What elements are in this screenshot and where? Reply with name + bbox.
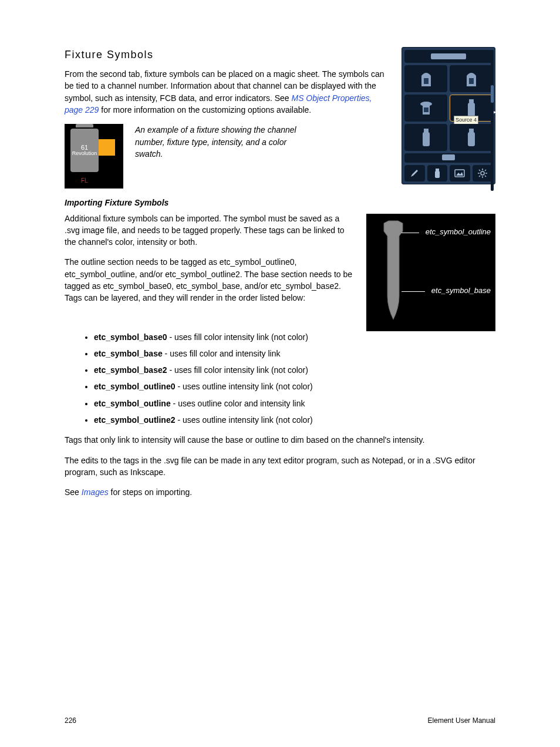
svg-point-16 bbox=[481, 171, 484, 175]
tag-item: etc_symbol_outline0 - uses outline inten… bbox=[94, 381, 495, 392]
base-tag-label: etc_symbol_base bbox=[431, 285, 491, 297]
fixture-symbol-item[interactable] bbox=[450, 124, 492, 151]
svg-rect-10 bbox=[469, 129, 474, 132]
fixture-symbol-panel: Source 4 ➤ bbox=[402, 47, 495, 184]
svg-line-22 bbox=[485, 176, 486, 177]
fixture-example-image: 61 Revolution FL bbox=[65, 124, 123, 189]
section-heading: Fixture Symbols bbox=[65, 47, 391, 62]
fixture-tooltip: Source 4 bbox=[454, 116, 478, 124]
images-link[interactable]: Images bbox=[82, 487, 109, 497]
svg-line-21 bbox=[479, 170, 480, 171]
tag-item: etc_symbol_outline2 - uses outline inten… bbox=[94, 414, 495, 426]
fixture-type-label: Revolution bbox=[72, 151, 97, 156]
fixture-symbol-item[interactable] bbox=[404, 50, 492, 63]
svg-rect-1 bbox=[424, 78, 429, 84]
importing-paragraph-2: The outline section needs to be tagged a… bbox=[65, 256, 356, 304]
fixture-panel-scrollbar[interactable] bbox=[491, 50, 494, 191]
tag-item: etc_symbol_base - uses fill color and in… bbox=[94, 348, 495, 359]
fixture-intensity-fl: FL bbox=[81, 177, 88, 186]
importing-subheading: Importing Fixture Symbols bbox=[65, 197, 495, 208]
svg-rect-12 bbox=[442, 154, 455, 160]
intro-paragraph: From the second tab, fixture symbols can… bbox=[65, 68, 391, 116]
svg-rect-9 bbox=[423, 132, 430, 146]
tag-item: etc_symbol_outline - uses outline color … bbox=[94, 398, 495, 409]
svg-rect-11 bbox=[468, 132, 475, 146]
svg-line-24 bbox=[485, 170, 486, 171]
fixture-symbol-item[interactable] bbox=[404, 95, 447, 122]
tag-item: etc_symbol_base0 - uses fill color inten… bbox=[94, 331, 495, 343]
svg-rect-13 bbox=[436, 169, 439, 171]
tag-item: etc_symbol_base2 - uses fill color inten… bbox=[94, 364, 495, 376]
svg-tag-diagram: etc_symbol_outline etc_symbol_base bbox=[366, 214, 495, 331]
page-number: 226 bbox=[65, 716, 76, 726]
manual-title: Element User Manual bbox=[428, 716, 495, 726]
svg-rect-2 bbox=[469, 78, 474, 84]
fixture-symbol-item-selected[interactable]: Source 4 ➤ bbox=[450, 95, 492, 122]
fixture-symbol-item[interactable] bbox=[404, 124, 447, 151]
fixture-symbol-item[interactable] bbox=[404, 153, 492, 163]
svg-rect-15 bbox=[455, 170, 464, 177]
intro-text-b: for more information on the customizing … bbox=[99, 105, 311, 115]
fixture-icon[interactable] bbox=[427, 165, 448, 181]
outline-tag-label: etc_symbol_outline bbox=[426, 227, 491, 238]
fixture-symbol-item[interactable] bbox=[450, 65, 492, 92]
intensity-note: Tags that only link to intensity will ca… bbox=[65, 434, 495, 446]
editor-note: The edits to the tags in the .svg file c… bbox=[65, 455, 495, 479]
svg-rect-7 bbox=[468, 103, 475, 117]
importing-paragraph-1: Additional fixture symbols can be import… bbox=[65, 213, 356, 248]
fixture-symbol-item[interactable] bbox=[404, 65, 447, 92]
tag-list: etc_symbol_base0 - uses fill color inten… bbox=[94, 331, 495, 426]
svg-rect-5 bbox=[424, 107, 429, 112]
pencil-icon[interactable] bbox=[404, 165, 425, 181]
svg-rect-8 bbox=[424, 129, 429, 132]
svg-rect-0 bbox=[431, 53, 466, 59]
fixture-example-caption: An example of a fixture showing the chan… bbox=[135, 124, 311, 160]
svg-rect-14 bbox=[435, 171, 440, 178]
color-swatch bbox=[99, 139, 115, 156]
svg-line-23 bbox=[479, 176, 480, 177]
svg-rect-6 bbox=[469, 99, 474, 103]
image-icon[interactable] bbox=[450, 165, 470, 181]
gear-icon[interactable] bbox=[473, 165, 493, 181]
see-images-paragraph: See Images for steps on importing. bbox=[65, 486, 495, 498]
